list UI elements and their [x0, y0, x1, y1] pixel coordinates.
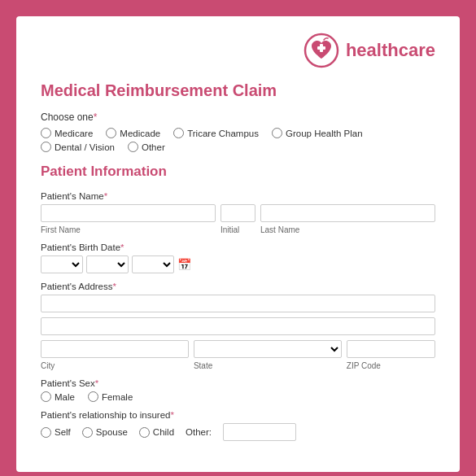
city-state-zip-row: ALAKAZ CACOFL GANYTX [41, 340, 435, 358]
birth-day-select[interactable] [86, 255, 129, 273]
first-name-container [41, 204, 216, 222]
logo-container: healthcare [304, 33, 435, 68]
initial-label: Initial [221, 225, 255, 234]
birth-date-row: 010203 040506 070809 101112 📅 [41, 255, 435, 273]
radio-group-health[interactable] [272, 128, 282, 138]
city-input[interactable] [41, 340, 189, 358]
choose-section: Choose one* Medicare Medicade Tricare Ch… [41, 111, 435, 152]
sex-label: Patient's Sex* [41, 378, 435, 388]
radio-self[interactable] [41, 427, 51, 438]
patient-sex-group: Patient's Sex* Male Female [41, 378, 435, 402]
form-title: Medical Reimbursement Claim [41, 81, 435, 100]
form-card: healthcare Medical Reimbursement Claim C… [16, 16, 460, 472]
zip-input[interactable] [347, 340, 435, 358]
radio-dental[interactable] [41, 142, 51, 152]
zip-container [347, 340, 435, 358]
last-name-container [260, 204, 435, 222]
birth-month-select[interactable]: 010203 040506 070809 101112 [41, 255, 83, 273]
insurance-option-medicade[interactable]: Medicade [106, 128, 160, 138]
address-line2-container [41, 317, 435, 335]
radio-spouse[interactable] [82, 427, 93, 438]
patient-address-label: Patient's Address* [41, 282, 435, 291]
birth-date-label: Patient's Birth Date* [41, 242, 435, 252]
insurance-option-group-health[interactable]: Group Health Plan [272, 128, 363, 138]
sex-female[interactable]: Female [88, 391, 133, 402]
sex-male[interactable]: Male [41, 391, 75, 402]
relationship-other-input[interactable] [223, 423, 296, 441]
logo-text: healthcare [346, 40, 435, 61]
insurance-option-tricare[interactable]: Tricare Champus [173, 128, 259, 138]
relationship-label: Patient's relationship to insured* [41, 410, 435, 420]
patient-name-label: Patient's Name* [41, 191, 435, 201]
birth-date-group: Patient's Birth Date* 010203 040506 0708… [41, 242, 435, 273]
city-container [41, 340, 189, 358]
logo-icon [304, 33, 339, 68]
radio-medicare[interactable] [41, 128, 51, 138]
zip-label: ZIP Code [347, 361, 435, 370]
address-line1-input[interactable] [41, 295, 435, 312]
insurance-option-dental[interactable]: Dental / Vision [41, 142, 115, 152]
initial-container [221, 204, 255, 222]
insurance-options-group: Medicare Medicade Tricare Champus Group … [41, 128, 435, 152]
relationship-spouse[interactable]: Spouse [82, 427, 128, 438]
page-container: healthcare Medical Reimbursement Claim C… [0, 0, 476, 476]
last-name-input[interactable] [260, 204, 435, 222]
sex-row: Male Female [41, 391, 435, 402]
patient-address-group: Patient's Address* ALAKAZ CACOFL GANYTX [41, 282, 435, 370]
logo-care: care [399, 40, 435, 60]
state-container: ALAKAZ CACOFL GANYTX [194, 340, 342, 358]
address-line2-input[interactable] [41, 317, 435, 335]
address-line1-container [41, 295, 435, 312]
radio-child[interactable] [139, 427, 150, 438]
birth-year-select[interactable] [132, 255, 174, 273]
calendar-icon[interactable]: 📅 [177, 258, 191, 271]
patient-section-title: Patient Information [41, 164, 435, 180]
city-label: City [41, 361, 189, 370]
relationship-child[interactable]: Child [139, 427, 174, 438]
logo-health: health [346, 40, 399, 60]
first-name-input[interactable] [41, 204, 216, 222]
relationship-other-label[interactable]: Other: [186, 427, 212, 437]
first-name-label: First Name [41, 225, 216, 234]
name-sub-labels: First Name Initial Last Name [41, 225, 435, 234]
insurance-option-other[interactable]: Other [128, 142, 165, 152]
insurance-option-medicare[interactable]: Medicare [41, 128, 93, 138]
state-label: State [194, 361, 342, 370]
radio-male[interactable] [41, 391, 51, 402]
initial-input[interactable] [221, 204, 255, 222]
last-name-label: Last Name [260, 225, 435, 234]
relationship-row: Self Spouse Child Other: [41, 423, 435, 441]
relationship-group: Patient's relationship to insured* Self … [41, 410, 435, 441]
radio-female[interactable] [88, 391, 98, 402]
radio-other-insurance[interactable] [128, 142, 138, 152]
svg-rect-2 [317, 46, 325, 50]
choose-label: Choose one* [41, 111, 435, 123]
relationship-self[interactable]: Self [41, 427, 71, 438]
radio-medicade[interactable] [106, 128, 116, 138]
city-state-zip-labels: City State ZIP Code [41, 361, 435, 370]
state-select[interactable]: ALAKAZ CACOFL GANYTX [194, 340, 342, 358]
radio-tricare[interactable] [173, 128, 184, 138]
patient-name-group: Patient's Name* First Name Initial Last … [41, 191, 435, 234]
header: healthcare [41, 33, 435, 68]
name-row [41, 204, 435, 222]
